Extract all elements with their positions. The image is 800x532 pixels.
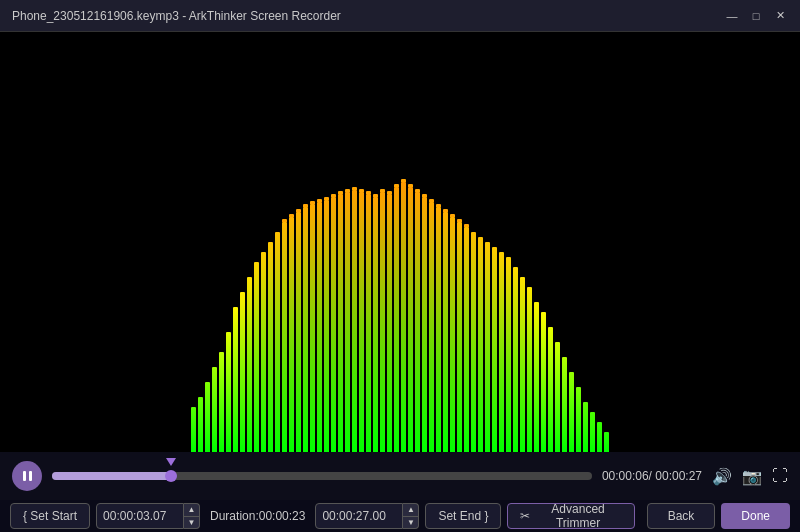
main-visualization	[0, 32, 800, 452]
start-time-input-group: ▲ ▼	[96, 503, 200, 529]
end-time-up[interactable]: ▲	[403, 503, 419, 516]
progress-track[interactable]	[52, 472, 592, 480]
progress-thumb[interactable]	[165, 470, 177, 482]
close-button[interactable]: ✕	[772, 8, 788, 24]
pause-button[interactable]	[12, 461, 42, 491]
end-time-down[interactable]: ▼	[403, 516, 419, 530]
waveform-bar	[247, 277, 252, 452]
progress-fill	[52, 472, 171, 480]
waveform-bar	[555, 342, 560, 452]
waveform-bar	[583, 402, 588, 452]
scissors-icon: ✂	[520, 509, 530, 523]
waveform-bar	[576, 387, 581, 452]
end-time-input[interactable]	[315, 503, 403, 529]
waveform-bar	[345, 192, 350, 452]
end-time-spinners: ▲ ▼	[403, 503, 419, 529]
waveform-bar	[317, 202, 322, 452]
title-bar: Phone_230512161906.keymp3 - ArkThinker S…	[0, 0, 800, 32]
waveform-bar	[590, 412, 595, 452]
waveform-bar	[212, 367, 217, 452]
waveform-bar	[443, 212, 448, 452]
waveform-bar	[548, 327, 553, 452]
waveform-bar	[261, 252, 266, 452]
waveform-bar	[268, 242, 273, 452]
minimize-button[interactable]: —	[724, 8, 740, 24]
waveform-bar	[282, 222, 287, 452]
camera-button[interactable]: 📷	[742, 467, 762, 486]
done-button[interactable]: Done	[721, 503, 790, 529]
end-time-input-group: ▲ ▼	[315, 503, 419, 529]
window-title: Phone_230512161906.keymp3 - ArkThinker S…	[12, 9, 341, 23]
waveform-bar	[534, 302, 539, 452]
start-time-input[interactable]	[96, 503, 184, 529]
start-time-up[interactable]: ▲	[184, 503, 200, 516]
start-time-spinners: ▲ ▼	[184, 503, 200, 529]
waveform-bar	[380, 192, 385, 452]
waveform-bar	[506, 257, 511, 452]
waveform-bar	[324, 200, 329, 452]
waveform-bar	[352, 190, 357, 452]
waveform-bar	[219, 352, 224, 452]
set-end-button[interactable]: Set End }	[425, 503, 501, 529]
waveform-bar	[359, 192, 364, 452]
waveform-bar	[408, 187, 413, 452]
advanced-trimmer-label: Advanced Trimmer	[534, 502, 621, 530]
volume-button[interactable]: 🔊	[712, 467, 732, 486]
waveform-bar	[303, 207, 308, 452]
current-time: 00:00:06	[602, 469, 649, 483]
waveform-bar	[520, 277, 525, 452]
waveform-bar	[478, 237, 483, 452]
waveform-bar	[205, 382, 210, 452]
waveform-bar	[387, 194, 392, 452]
time-display: 00:00:06/ 00:00:27	[602, 469, 702, 483]
waveform-bar	[296, 212, 301, 452]
waveform-bar	[275, 232, 280, 452]
set-start-button[interactable]: { Set Start	[10, 503, 90, 529]
waveform-bar	[198, 397, 203, 452]
waveform-bar	[254, 262, 259, 452]
waveform-bar	[499, 252, 504, 452]
window-controls: — □ ✕	[724, 8, 788, 24]
waveform-bar	[338, 194, 343, 452]
start-time-down[interactable]: ▼	[184, 516, 200, 530]
waveform-bar	[527, 287, 532, 452]
waveform-bar	[471, 232, 476, 452]
waveform-bar	[541, 312, 546, 452]
waveform-bar	[597, 422, 602, 452]
waveform-bar	[373, 197, 378, 452]
waveform-bar	[450, 217, 455, 452]
waveform-bar	[604, 432, 609, 452]
waveform-bar	[401, 182, 406, 452]
fullscreen-button[interactable]: ⛶	[772, 467, 788, 485]
waveform-bar	[429, 202, 434, 452]
waveform-bar	[226, 332, 231, 452]
duration-label: Duration:00:00:23	[206, 509, 309, 523]
advanced-trimmer-button[interactable]: ✂ Advanced Trimmer	[507, 503, 634, 529]
waveform-bar	[485, 242, 490, 452]
waveform-bar	[513, 267, 518, 452]
playback-bar: 00:00:06/ 00:00:27 🔊 📷 ⛶	[0, 452, 800, 500]
total-time: 00:00:27	[655, 469, 702, 483]
pause-bar-right	[29, 471, 32, 481]
waveform-bar	[569, 372, 574, 452]
waveform-bar	[366, 194, 371, 452]
waveform-bar	[310, 204, 315, 452]
waveform-bar	[436, 207, 441, 452]
waveform-bar	[394, 187, 399, 452]
waveform-bar	[457, 222, 462, 452]
waveform-bar	[415, 192, 420, 452]
waveform-bar	[233, 307, 238, 452]
waveform-bar	[289, 217, 294, 452]
waveform-bar	[191, 407, 196, 452]
waveform-bar	[492, 247, 497, 452]
toolbar: { Set Start ▲ ▼ Duration:00:00:23 ▲ ▼ Se…	[0, 500, 800, 532]
back-button[interactable]: Back	[647, 503, 716, 529]
maximize-button[interactable]: □	[748, 8, 764, 24]
waveform-bar	[240, 292, 245, 452]
waveform-container	[0, 32, 800, 452]
waveform-bar	[464, 227, 469, 452]
pause-icon	[23, 471, 32, 481]
waveform-bar	[331, 197, 336, 452]
pause-bar-left	[23, 471, 26, 481]
waveform-bar	[422, 197, 427, 452]
